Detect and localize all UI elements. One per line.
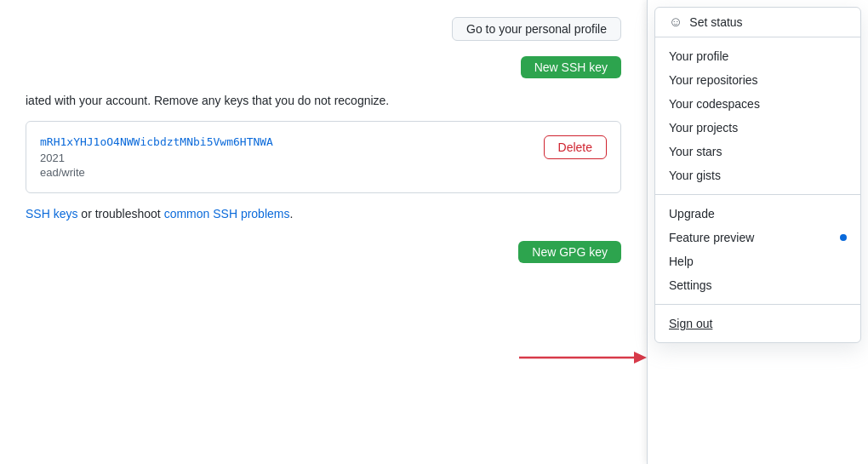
menu-item-your-gists[interactable]: Your gists	[655, 163, 860, 187]
feature-preview-label: Feature preview	[669, 231, 754, 244]
personal-profile-button[interactable]: Go to your personal profile	[452, 17, 621, 41]
ssh-key-info: mRH1xYHJ1oO4NWWicbdztMNbi5Vwm6HTNWA 2021…	[40, 135, 544, 179]
new-ssh-btn-row: New SSH key	[26, 56, 621, 78]
sign-out-button[interactable]: Sign out	[655, 312, 860, 335]
ssh-key-card: mRH1xYHJ1oO4NWWicbdztMNbi5Vwm6HTNWA 2021…	[26, 121, 621, 193]
footer-links: SSH keys or troubleshoot common SSH prob…	[26, 207, 621, 221]
dropdown-inner: ☺ Set status Your profile Your repositor…	[654, 7, 861, 343]
dropdown-menu: ☺ Set status Your profile Your repositor…	[647, 0, 868, 464]
smiley-icon: ☺	[669, 14, 682, 30]
footer-text: or troubleshoot	[77, 207, 163, 221]
menu-item-your-codespaces[interactable]: Your codespaces	[655, 92, 860, 116]
main-content: Go to your personal profile New SSH key …	[0, 0, 647, 464]
menu-item-feature-preview[interactable]: Feature preview	[655, 226, 860, 249]
ssh-key-hash: mRH1xYHJ1oO4NWWicbdztMNbi5Vwm6HTNWA	[40, 135, 544, 148]
ssh-key-date: 2021	[40, 152, 544, 164]
description-text: iated with your account. Remove any keys…	[26, 94, 621, 107]
svg-marker-1	[634, 352, 647, 364]
arrow-svg	[511, 345, 647, 370]
menu-item-upgrade[interactable]: Upgrade	[655, 202, 860, 226]
sign-out-section: Sign out	[655, 305, 860, 342]
common-ssh-problems-link[interactable]: common SSH problems	[164, 207, 290, 221]
new-gpg-key-button[interactable]: New GPG key	[518, 241, 621, 263]
menu-item-help[interactable]: Help	[655, 249, 860, 273]
menu-item-your-stars[interactable]: Your stars	[655, 140, 860, 163]
set-status-label: Set status	[689, 15, 742, 29]
new-ssh-key-button[interactable]: New SSH key	[521, 56, 621, 78]
set-status-row[interactable]: ☺ Set status	[655, 8, 860, 37]
menu-item-your-projects[interactable]: Your projects	[655, 116, 860, 140]
menu-section-1: Your profile Your repositories Your code…	[655, 37, 860, 195]
ssh-keys-link[interactable]: SSH keys	[26, 207, 77, 221]
arrow-indicator	[511, 345, 647, 370]
blue-dot-icon	[840, 234, 847, 241]
menu-item-your-repositories[interactable]: Your repositories	[655, 68, 860, 92]
menu-item-settings[interactable]: Settings	[655, 273, 860, 297]
menu-section-2: Upgrade Feature preview Help Settings	[655, 195, 860, 305]
personal-profile-row: Go to your personal profile	[26, 17, 621, 41]
footer-end: .	[289, 207, 293, 221]
ssh-key-access: ead/write	[40, 166, 544, 179]
delete-button[interactable]: Delete	[544, 135, 607, 159]
new-gpg-btn-row: New GPG key	[26, 241, 621, 263]
menu-item-your-profile[interactable]: Your profile	[655, 44, 860, 68]
